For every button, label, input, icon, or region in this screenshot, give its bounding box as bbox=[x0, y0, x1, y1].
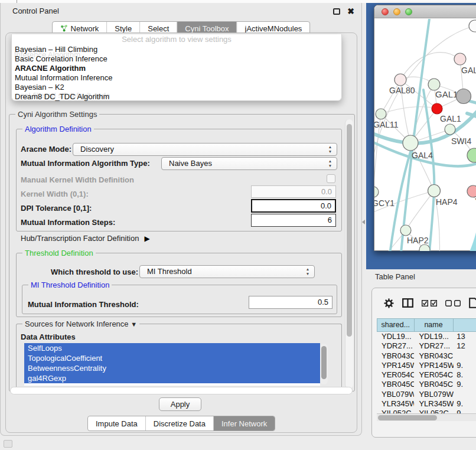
algorithm-option-bayesian-k2[interactable]: Bayesian – K2 bbox=[12, 83, 341, 92]
attributes-vertical-scrollbar[interactable] bbox=[320, 344, 328, 384]
table-row[interactable]: YLR345WYLR345W9. bbox=[377, 399, 476, 409]
algorithm-option-dream8-dc-tdc-algorithm[interactable]: Dream8 DC_TDC Algorithm bbox=[12, 92, 341, 102]
table-row[interactable]: YBR045CYBR045C9. bbox=[377, 380, 476, 389]
node-gal1[interactable] bbox=[432, 103, 442, 114]
table-row[interactable]: YDR27...YDR27...12 bbox=[377, 341, 476, 351]
tab-impute-data[interactable]: Impute Data bbox=[88, 416, 146, 431]
close-icon[interactable]: ✖ bbox=[347, 6, 354, 17]
tab-discretize-data[interactable]: Discretize Data bbox=[146, 416, 214, 431]
node-gal11[interactable] bbox=[376, 109, 386, 119]
node-unlabeled[interactable] bbox=[469, 20, 476, 32]
gear-icon[interactable] bbox=[384, 298, 394, 308]
hub-definition-toggle[interactable]: Hub/Transcription Factor Definition▶ bbox=[21, 234, 150, 243]
table-header-row: shared...name bbox=[377, 318, 476, 332]
column-header-shared[interactable]: shared... bbox=[377, 319, 415, 331]
table-horizontal-scrollbar[interactable] bbox=[377, 413, 476, 421]
settings-horizontal-scrollbar[interactable] bbox=[10, 387, 353, 394]
mi-threshold-field[interactable]: 0.5 bbox=[249, 296, 332, 309]
mi-steps-label: Mutual Information Steps: bbox=[21, 218, 115, 227]
expanded-arrow-icon: ▼ bbox=[131, 321, 137, 328]
algorithm-definition-legend: Algorithm Definition bbox=[22, 125, 94, 133]
table-cell: YBL079W bbox=[414, 390, 454, 399]
stepper-icon: ▲▼ bbox=[305, 267, 311, 276]
kernel-width-field[interactable]: 0.0 bbox=[251, 185, 336, 198]
node-hap2[interactable] bbox=[400, 225, 411, 236]
algorithm-option-bayesian-hill-climbing[interactable]: Bayesian – Hill Climbing bbox=[12, 45, 341, 54]
column-header-extra[interactable] bbox=[454, 319, 476, 331]
mi-steps-field[interactable]: 6 bbox=[251, 214, 336, 227]
dpi-tolerance-field[interactable]: 0.0 bbox=[251, 199, 336, 213]
attribute-item-topologicalcoefficient[interactable]: TopologicalCoefficient bbox=[24, 353, 320, 363]
splitter-collapse-icon[interactable] bbox=[362, 220, 365, 224]
stepper-icon: ▲▼ bbox=[327, 159, 333, 168]
bottom-dock-icon[interactable] bbox=[4, 440, 12, 448]
manual-kernel-checkbox[interactable] bbox=[327, 174, 335, 183]
node-gal[interactable] bbox=[454, 53, 466, 65]
attributes-vscrollbar-thumb[interactable] bbox=[321, 346, 327, 379]
node-label-gcy1: GCY1 bbox=[374, 198, 395, 208]
node-unlabeled[interactable] bbox=[467, 148, 476, 162]
table-row[interactable]: YDL19...YDL19...13 bbox=[377, 332, 476, 341]
tab-infer-network[interactable]: Infer Network bbox=[214, 416, 275, 431]
node-gal4[interactable] bbox=[403, 135, 418, 151]
aracne-mode-value: Discovery bbox=[80, 145, 114, 154]
data-attributes-list: SelfLoopsTopologicalCoefficientBetweenne… bbox=[24, 343, 320, 386]
close-traffic-light-icon[interactable] bbox=[382, 8, 389, 15]
node-label-gal: GAL bbox=[461, 66, 476, 75]
aracne-mode-select[interactable]: Discovery ▲▼ bbox=[73, 143, 337, 156]
tab-label: jActiveMNodules bbox=[245, 24, 302, 33]
node-hap4[interactable] bbox=[428, 185, 441, 197]
unchecked-pair-icon[interactable] bbox=[445, 300, 461, 306]
table-cell: YDL19... bbox=[414, 332, 454, 341]
table-cell: YER054C bbox=[414, 370, 454, 380]
zoom-traffic-light-icon[interactable] bbox=[405, 8, 412, 15]
column-header-name[interactable]: name bbox=[415, 319, 454, 331]
node-unlabeled[interactable] bbox=[457, 89, 471, 104]
node-gal10[interactable] bbox=[428, 79, 440, 90]
table-cell bbox=[454, 351, 476, 361]
document-icon[interactable] bbox=[469, 298, 476, 308]
sources-legend[interactable]: Sources for Network Inference ▼ bbox=[22, 319, 139, 328]
node-gcy1[interactable] bbox=[374, 187, 379, 197]
which-threshold-select[interactable]: MI Threshold ▲▼ bbox=[139, 265, 315, 278]
data-attributes-label: Data Attributes bbox=[21, 332, 76, 341]
settings-vertical-scrollbar[interactable] bbox=[345, 119, 353, 389]
attribute-item-selfloops[interactable]: SelfLoops bbox=[24, 343, 320, 353]
settings-vscrollbar-thumb[interactable] bbox=[347, 124, 352, 337]
algorithm-dropdown-popup: Select algorithm to view settings Bayesi… bbox=[11, 34, 342, 101]
control-panel-window: Control Panel ✖ NetworkStyleSelectCyni T… bbox=[0, 3, 362, 436]
attribute-item-gal4rgexp[interactable]: gal4RGexp bbox=[24, 373, 320, 383]
algorithm-option-basic-correlation-inference[interactable]: Basic Correlation Inference bbox=[12, 54, 341, 64]
node-y[interactable] bbox=[467, 185, 476, 197]
node-swi4[interactable] bbox=[445, 124, 455, 135]
tab-label: Discretize Data bbox=[154, 419, 206, 428]
tab-label: Select bbox=[148, 24, 169, 33]
node-label-gal80: GAL80 bbox=[389, 86, 415, 95]
attribute-item-betweennesscentrality[interactable]: BetweennessCentrality bbox=[24, 363, 320, 373]
apply-button[interactable]: Apply bbox=[159, 397, 201, 411]
network-canvas[interactable]: GALGAL80GAL10GAL1GAL11SWI4GAL4GCY1HAP4YH… bbox=[374, 19, 476, 251]
table-row[interactable]: YPR145WYPR145W9. bbox=[377, 361, 476, 370]
table-row[interactable]: YBR043CYBR043C bbox=[377, 351, 476, 361]
table-cell: 9. bbox=[454, 380, 476, 389]
table-hscrollbar-thumb[interactable] bbox=[378, 415, 437, 420]
float-window-icon[interactable] bbox=[333, 8, 340, 15]
table-cell: YBL079W bbox=[377, 390, 414, 399]
table-cell: 9. bbox=[454, 361, 476, 370]
table-row[interactable]: YER054CYER054C8. bbox=[377, 370, 476, 380]
tab-label: Style bbox=[115, 24, 132, 33]
node-gal80[interactable] bbox=[395, 74, 406, 86]
table-cell: YBR043C bbox=[377, 351, 414, 361]
cyni-algorithm-settings-legend: Cyni Algorithm Settings bbox=[15, 110, 99, 119]
algorithm-option-mutual-information-inference[interactable]: Mutual Information Inference bbox=[12, 73, 341, 83]
table-cell: YBR043C bbox=[414, 351, 454, 361]
threshold-definition-legend: Threshold Definition bbox=[22, 249, 96, 257]
mi-type-label: Mutual Information Algorithm Type: bbox=[21, 159, 150, 168]
minimize-traffic-light-icon[interactable] bbox=[393, 8, 400, 15]
checked-pair-icon[interactable] bbox=[422, 300, 437, 306]
table-row[interactable]: YBL079WYBL079W bbox=[377, 390, 476, 399]
columns-icon[interactable] bbox=[402, 298, 413, 308]
dpi-tolerance-label: DPI Tolerance [0,1]: bbox=[21, 204, 92, 213]
mi-type-select[interactable]: Naive Bayes ▲▼ bbox=[161, 157, 337, 170]
algorithm-option-aracne-algorithm[interactable]: ARACNE Algorithm bbox=[12, 64, 341, 73]
